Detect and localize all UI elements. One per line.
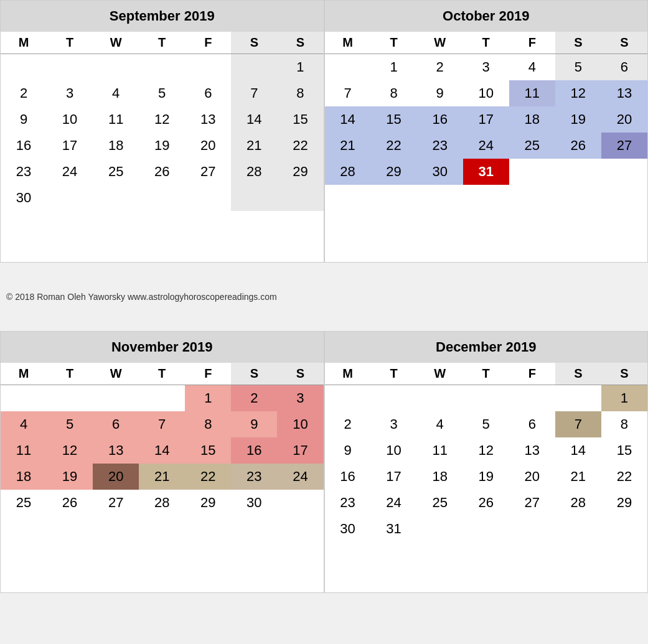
october-calendar: October 2019 M T W T F S S 1 2 3 4 5 6 bbox=[324, 0, 649, 263]
november-grid: M T W T F S S 1 2 3 4 5 bbox=[1, 363, 324, 516]
sep-col-s2: S bbox=[277, 32, 323, 54]
sep-col-m: M bbox=[1, 32, 47, 54]
dec-col-t1: T bbox=[371, 363, 417, 385]
table-row: 1 bbox=[325, 385, 648, 411]
table-row: 2 3 4 5 6 7 8 bbox=[325, 411, 648, 437]
october-title: October 2019 bbox=[325, 1, 648, 32]
sep-col-f: F bbox=[185, 32, 231, 54]
table-row: 23 24 25 26 27 28 29 bbox=[325, 490, 648, 516]
nov-col-s1: S bbox=[231, 363, 277, 385]
footer: © 2018 Roman Oleh Yaworsky www.astrology… bbox=[0, 263, 648, 331]
table-row: 28 29 30 31 bbox=[325, 159, 648, 185]
december-grid: M T W T F S S 1 2 3 bbox=[325, 363, 648, 542]
oct-col-s1: S bbox=[555, 32, 601, 54]
table-row: 14 15 16 17 18 19 20 bbox=[325, 106, 648, 133]
dec-col-s1: S bbox=[555, 363, 601, 385]
sep-col-t1: T bbox=[47, 32, 93, 54]
table-row: 30 31 bbox=[325, 516, 648, 542]
oct-col-w: W bbox=[417, 32, 463, 54]
table-row: 16 17 18 19 20 21 22 bbox=[325, 464, 648, 490]
oct-col-t1: T bbox=[371, 32, 417, 54]
table-row: 1 2 3 bbox=[1, 385, 324, 411]
september-calendar: September 2019 M T W T F S S 1 23456 7 8 bbox=[0, 0, 324, 263]
nov-col-f: F bbox=[185, 363, 231, 385]
november-calendar: November 2019 M T W T F S S 1 2 3 bbox=[0, 331, 324, 594]
dec-col-s2: S bbox=[601, 363, 647, 385]
table-row: 1 bbox=[1, 54, 324, 81]
oct-col-f: F bbox=[509, 32, 555, 54]
sep-col-w: W bbox=[93, 32, 139, 54]
table-row: 23456 7 8 bbox=[1, 80, 324, 106]
sep-col-t2: T bbox=[139, 32, 185, 54]
september-grid: M T W T F S S 1 23456 7 8 910111213 bbox=[1, 32, 324, 211]
november-title: November 2019 bbox=[1, 332, 324, 363]
table-row: 7 8 9 10 11 12 13 bbox=[325, 80, 648, 106]
nov-col-t2: T bbox=[139, 363, 185, 385]
october-grid: M T W T F S S 1 2 3 4 5 6 7 bbox=[325, 32, 648, 185]
oct-col-s2: S bbox=[601, 32, 647, 54]
nov-col-w: W bbox=[93, 363, 139, 385]
december-title: December 2019 bbox=[325, 332, 648, 363]
oct-col-t2: T bbox=[463, 32, 509, 54]
table-row: 9 10 11 12 13 14 15 bbox=[325, 437, 648, 464]
sep-col-s1: S bbox=[231, 32, 277, 54]
table-row: 2324252627 28 29 bbox=[1, 159, 324, 185]
table-row: 1 2 3 4 5 6 bbox=[325, 54, 648, 81]
dec-col-f: F bbox=[509, 363, 555, 385]
footer-text: © 2018 Roman Oleh Yaworsky www.astrology… bbox=[6, 292, 277, 302]
dec-col-w: W bbox=[417, 363, 463, 385]
table-row: 4 5 6 7 8 9 10 bbox=[1, 411, 324, 437]
nov-col-s2: S bbox=[277, 363, 323, 385]
table-row: 910111213 14 15 bbox=[1, 106, 324, 133]
nov-col-m: M bbox=[1, 363, 47, 385]
table-row: 25 26 27 28 29 30 bbox=[1, 490, 324, 516]
table-row: 21 22 23 24 25 26 27 bbox=[325, 133, 648, 159]
dec-col-t2: T bbox=[463, 363, 509, 385]
table-row: 30 bbox=[1, 185, 324, 211]
dec-col-m: M bbox=[325, 363, 371, 385]
oct-col-m: M bbox=[325, 32, 371, 54]
december-calendar: December 2019 M T W T F S S 1 bbox=[324, 331, 649, 594]
table-row: 18 19 20 21 22 23 24 bbox=[1, 464, 324, 490]
table-row: 1617181920 21 22 bbox=[1, 133, 324, 159]
september-title: September 2019 bbox=[1, 1, 324, 32]
nov-col-t1: T bbox=[47, 363, 93, 385]
table-row: 11 12 13 14 15 16 17 bbox=[1, 437, 324, 464]
